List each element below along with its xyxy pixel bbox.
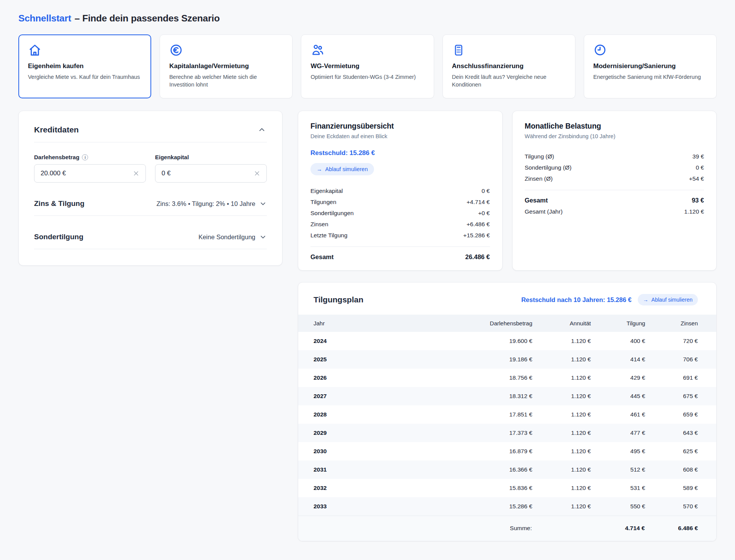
value-cell: 1.120 €	[532, 332, 591, 350]
scenario-description: Dein Kredit läuft aus? Vergleiche neue K…	[452, 73, 566, 88]
restschuld-nach-jahren-link[interactable]: Restschuld nach 10 Jahren: 15.286 €	[521, 296, 632, 304]
value-cell: 1.120 €	[532, 479, 591, 497]
clear-darlehensbetrag-button[interactable]	[131, 168, 141, 179]
main-content: Kreditdaten Darlehensbetrag i	[18, 111, 717, 541]
value-cell: 400 €	[591, 332, 645, 350]
total-label: Gesamt	[525, 197, 548, 204]
column-header: Darlehensbetrag	[457, 315, 532, 332]
eigenkapital-field: Eigenkapital	[155, 154, 267, 183]
total-label: Gesamt (Jahr)	[525, 208, 563, 215]
field-label: Darlehensbetrag i	[34, 154, 146, 160]
ablauf-simulieren-button[interactable]: → Ablauf simulieren	[638, 294, 698, 305]
scenario-title: Kapitalanlage/Vermietung	[169, 62, 283, 70]
page-title-rest: – Finde dein passendes Szenario	[75, 13, 220, 23]
value-cell: 429 €	[591, 369, 645, 387]
table-body: 202419.600 €1.120 €400 €720 €202519.186 …	[298, 332, 716, 516]
value-cell: 17.373 €	[457, 424, 532, 442]
tilgungsplan-title: Tilgungsplan	[314, 295, 363, 304]
summary-tilgung-value: 4.714 €	[591, 516, 645, 541]
total-row: Gesamt 93 €	[525, 197, 704, 204]
summary-row: Tilgung (Ø)39 €	[525, 151, 704, 162]
value-cell: 477 €	[591, 424, 645, 442]
value-cell: 15.286 €	[457, 497, 532, 516]
empty-cell	[298, 516, 457, 541]
section-sondertilgung[interactable]: Sondertilgung Keine Sondertilgung	[34, 233, 267, 241]
scenario-card-kapitalanlage-vermietung[interactable]: Kapitalanlage/VermietungBerechne ab welc…	[160, 34, 292, 98]
value-cell: 15.836 €	[457, 479, 532, 497]
value-cell: 1.120 €	[532, 387, 591, 405]
kreditdaten-title: Kreditdaten	[34, 125, 79, 134]
kreditdaten-collapse-button[interactable]	[257, 125, 267, 135]
scenario-card-wg-vermietung[interactable]: WG-VermietungOptimiert für Studenten-WGs…	[301, 34, 434, 98]
users-icon	[310, 43, 424, 58]
table-row: 202519.186 €1.120 €414 €706 €	[298, 350, 716, 369]
row-value: +0 €	[478, 210, 490, 217]
year-cell: 2026	[298, 369, 457, 387]
summary-row: Letzte Tilgung+15.286 €	[310, 230, 490, 241]
section-summary: Keine Sondertilgung	[198, 233, 255, 241]
divider	[34, 216, 267, 216]
panel-title: Finanzierungsübersicht	[310, 122, 490, 131]
year-cell: 2033	[298, 497, 457, 516]
scenario-description: Berechne ab welcher Miete sich die Inves…	[169, 73, 283, 88]
scenario-card-anschlussfinanzierung[interactable]: AnschlussfinanzierungDein Kredit läuft a…	[443, 34, 575, 98]
scenario-description: Energetische Sanierung mit KfW-Förderung	[593, 73, 707, 81]
scenario-title: Eigenheim kaufen	[28, 62, 142, 70]
clear-eigenkapital-button[interactable]	[252, 168, 262, 179]
table-row: 203116.366 €1.120 €512 €608 €	[298, 460, 716, 479]
row-value: 0 €	[696, 164, 704, 171]
button-label: Ablauf simulieren	[652, 297, 693, 303]
table-row: 203215.836 €1.120 €531 €589 €	[298, 479, 716, 497]
kreditdaten-fields: Darlehensbetrag i	[34, 154, 267, 183]
value-cell: 1.120 €	[532, 424, 591, 442]
x-icon	[132, 173, 140, 178]
restschuld-link[interactable]: Restschuld: 15.286 €	[310, 149, 375, 157]
arrow-right-icon: →	[317, 166, 322, 172]
row-value: 0 €	[482, 188, 490, 194]
total-year-row: Gesamt (Jahr) 1.120 €	[525, 208, 704, 215]
tilgungsplan-table: JahrDarlehensbetragAnnuitätTilgungZinsen…	[298, 315, 716, 541]
finanzierungsuebersicht-panel: Finanzierungsübersicht Deine Eckdaten au…	[298, 111, 503, 271]
row-label: Eigenkapital	[310, 188, 343, 194]
column-header: Annuität	[532, 315, 591, 332]
chevron-up-icon	[258, 129, 266, 135]
value-cell: 445 €	[591, 387, 645, 405]
ablauf-simulieren-button[interactable]: → Ablauf simulieren	[310, 163, 374, 175]
summary-row: Sondertilgungen+0 €	[310, 207, 490, 219]
scenario-description: Vergleiche Miete vs. Kauf für dein Traum…	[28, 73, 142, 81]
darlehensbetrag-label: Darlehensbetrag	[34, 154, 79, 160]
eigenkapital-label: Eigenkapital	[155, 154, 189, 160]
summary-row: Eigenkapital0 €	[310, 185, 490, 196]
column-header: Zinsen	[645, 315, 716, 332]
scenario-card-list: Eigenheim kaufenVergleiche Miete vs. Kau…	[18, 34, 717, 98]
section-title: Sondertilgung	[34, 233, 83, 241]
eigenkapital-input[interactable]	[155, 164, 267, 183]
value-cell: 17.851 €	[457, 405, 532, 424]
panel-title: Monatliche Belastung	[525, 122, 704, 131]
header-row: JahrDarlehensbetragAnnuitätTilgungZinsen	[298, 315, 716, 332]
scenario-title: Modernisierung/Sanierung	[593, 62, 707, 70]
section-zins-tilgung[interactable]: Zins & Tilgung Zins: 3.6% • Tilgung: 2% …	[34, 199, 267, 208]
row-label: Sondertilgungen	[310, 210, 354, 217]
scenario-title: WG-Vermietung	[310, 62, 424, 70]
summary-row: Zinsen (Ø)+54 €	[525, 173, 704, 184]
column-header: Tilgung	[591, 315, 645, 332]
table-row: 202917.373 €1.120 €477 €643 €	[298, 424, 716, 442]
year-cell: 2030	[298, 442, 457, 460]
value-cell: 706 €	[645, 350, 716, 369]
summary-zinsen-value: 6.486 €	[645, 516, 716, 541]
value-cell: 1.120 €	[532, 497, 591, 516]
field-label: Eigenkapital	[155, 154, 267, 160]
row-value: +15.286 €	[463, 232, 490, 239]
value-cell: 1.120 €	[532, 460, 591, 479]
darlehensbetrag-field: Darlehensbetrag i	[34, 154, 146, 183]
row-value: +4.714 €	[467, 199, 490, 206]
scenario-card-modernisierung-sanierung[interactable]: Modernisierung/SanierungEnergetische San…	[584, 34, 717, 98]
empty-cell	[532, 516, 591, 541]
input-wrap	[155, 164, 267, 183]
panel-subtitle: Deine Eckdaten auf einen Blick	[310, 133, 490, 139]
info-icon[interactable]: i	[82, 154, 88, 160]
darlehensbetrag-input[interactable]	[34, 164, 146, 183]
scenario-card-eigenheim-kaufen[interactable]: Eigenheim kaufenVergleiche Miete vs. Kau…	[18, 34, 151, 98]
value-cell: 720 €	[645, 332, 716, 350]
